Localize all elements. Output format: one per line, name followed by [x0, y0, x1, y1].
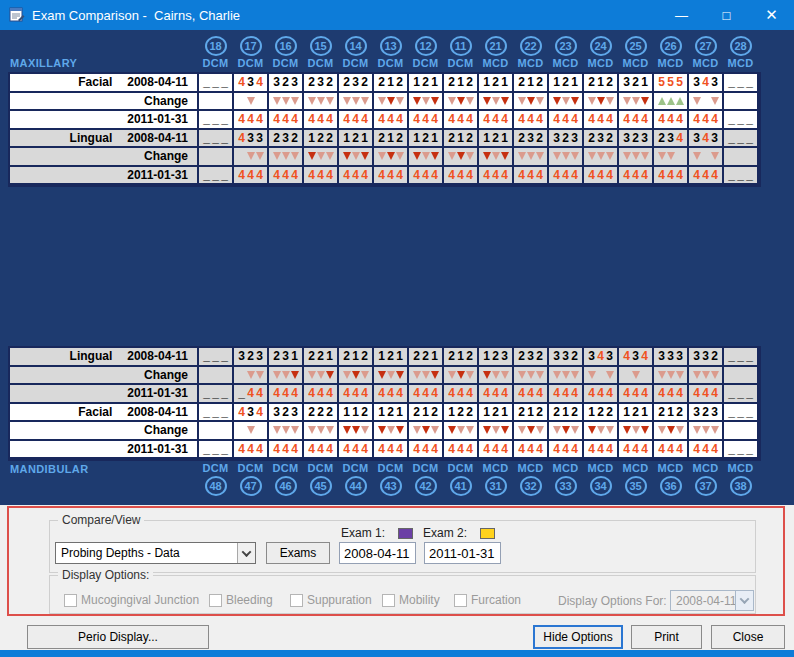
change-slot [386, 97, 395, 105]
probing-value: 4 [517, 386, 526, 400]
probing-depth-cell: ___ [199, 167, 234, 186]
tooth-number-15: 15 [310, 36, 332, 56]
probing-value: 3 [640, 131, 649, 145]
change-slot [456, 371, 465, 379]
worsening-down-triangle-icon [632, 371, 640, 379]
probing-value: 4 [272, 168, 281, 182]
probing-value: 4 [316, 168, 325, 182]
tooth-number-43: 43 [380, 476, 402, 496]
probing-value: 4 [701, 442, 710, 456]
checkbox-bleeding[interactable]: Bleeding [209, 593, 273, 607]
probing-value: 2 [631, 131, 640, 145]
probing-depth-cell: 444 [479, 385, 514, 404]
checkbox-furcation[interactable]: Furcation [454, 593, 521, 607]
tooth-number-18: 18 [205, 36, 227, 56]
hide-options-button[interactable]: Hide Options [533, 625, 623, 649]
probing-depth-cell: 444 [339, 385, 374, 404]
probing-value: _ [211, 75, 220, 89]
probing-value: 4 [377, 168, 386, 182]
probing-value: 4 [272, 442, 281, 456]
worsening-down-triangle-icon [536, 426, 544, 434]
change-slot [360, 152, 369, 160]
probing-value: 2 [377, 131, 386, 145]
worsening-down-triangle-icon [308, 426, 316, 434]
change-slot [587, 426, 596, 434]
checkbox-suppuration[interactable]: Suppuration [290, 593, 372, 607]
probing-value: 4 [622, 112, 631, 126]
probing-value: 4 [290, 168, 299, 182]
checkbox-box[interactable] [454, 594, 467, 607]
probing-value: 3 [246, 75, 255, 89]
probing-value: 3 [622, 131, 631, 145]
exam-date-label: 2008-04-11 [127, 405, 188, 419]
probing-depth-cell: 444 [654, 167, 689, 186]
probing-depth-cell: 221 [304, 348, 339, 367]
probing-value: 4 [640, 112, 649, 126]
probing-value: 4 [272, 386, 281, 400]
close-button[interactable]: Close [711, 625, 785, 649]
tooth-number-38: 38 [730, 476, 752, 496]
compare-type-dropdown[interactable]: Probing Depths - Data [55, 542, 256, 564]
worsening-down-triangle-icon [273, 97, 281, 105]
exam1-date-field[interactable] [339, 542, 416, 564]
probing-depth-cell: 343 [584, 348, 619, 367]
probing-value: 4 [325, 442, 334, 456]
probing-depth-cell: 121 [409, 74, 444, 93]
maximize-button[interactable]: □ [704, 0, 749, 30]
change-slot [272, 152, 281, 160]
site-code-35: MCD [623, 462, 649, 474]
change-slot [701, 371, 710, 379]
change-slot [421, 97, 430, 105]
exams-button[interactable]: Exams [266, 542, 330, 564]
worsening-down-triangle-icon [536, 97, 544, 105]
close-window-button[interactable]: ✕ [749, 0, 794, 30]
worsening-down-triangle-icon [431, 152, 439, 160]
chevron-down-icon[interactable] [237, 543, 255, 563]
probing-depth-cell: ___ [199, 74, 234, 93]
probing-value: 4 [535, 386, 544, 400]
display-options-for-dropdown[interactable]: 2008-04-11 [670, 590, 754, 611]
probing-value: 4 [412, 168, 421, 182]
probing-value: _ [220, 131, 229, 145]
probing-value: 1 [552, 75, 561, 89]
probing-value: 4 [701, 75, 710, 89]
change-slot [535, 426, 544, 434]
probing-value: 4 [412, 386, 421, 400]
probing-value: 2 [552, 405, 561, 419]
probing-value: 4 [491, 112, 500, 126]
checkbox-box[interactable] [382, 594, 395, 607]
probing-value: 4 [535, 442, 544, 456]
print-button[interactable]: Print [631, 625, 702, 649]
change-cell [234, 148, 269, 167]
probing-value: 2 [605, 405, 614, 419]
worsening-down-triangle-icon [291, 97, 299, 105]
probing-depth-cell: 444 [514, 441, 549, 460]
worsening-down-triangle-icon [536, 152, 544, 160]
probing-value: 1 [430, 349, 439, 363]
change-cell [479, 422, 514, 441]
probing-depth-cell: 444 [444, 441, 479, 460]
probing-value: 4 [675, 442, 684, 456]
worsening-down-triangle-icon [457, 152, 465, 160]
change-cell [199, 422, 234, 441]
perio-display-button[interactable]: Perio Display... [27, 625, 209, 649]
site-code-32: MCD [518, 462, 544, 474]
probing-value: 4 [570, 168, 579, 182]
change-cell [199, 93, 234, 112]
checkbox-mucogingival-junction[interactable]: Mucogingival Junction [64, 593, 199, 607]
change-cell [514, 367, 549, 386]
exam2-date-field[interactable] [424, 542, 501, 564]
checkbox-box[interactable] [209, 594, 222, 607]
probing-depth-cell: 444 [689, 111, 724, 130]
minimize-button[interactable]: — [659, 0, 704, 30]
checkbox-box[interactable] [64, 594, 77, 607]
worsening-down-triangle-icon [387, 371, 395, 379]
probing-depth-cell: ___ [199, 385, 234, 404]
change-slot [281, 426, 290, 434]
probing-value: 2 [421, 75, 430, 89]
probing-value: 2 [412, 405, 421, 419]
probing-value: 2 [605, 131, 614, 145]
probing-value: 2 [386, 349, 395, 363]
checkbox-mobility[interactable]: Mobility [382, 593, 440, 607]
checkbox-box[interactable] [290, 594, 303, 607]
